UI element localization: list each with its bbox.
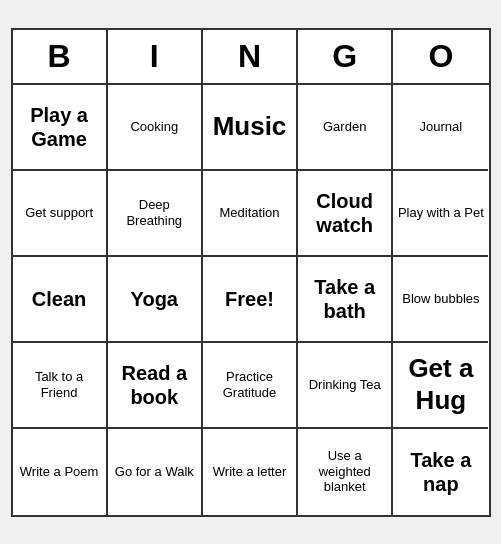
bingo-cell-23: Use a weighted blanket bbox=[298, 429, 393, 515]
bingo-cell-7: Meditation bbox=[203, 171, 298, 257]
bingo-grid: Play a GameCookingMusicGardenJournalGet … bbox=[13, 85, 489, 515]
cell-text-6: Deep Breathing bbox=[112, 197, 197, 228]
cell-text-9: Play with a Pet bbox=[398, 205, 484, 221]
cell-text-1: Cooking bbox=[130, 119, 178, 135]
cell-text-12: Free! bbox=[225, 287, 274, 311]
cell-text-3: Garden bbox=[323, 119, 366, 135]
cell-text-15: Talk to a Friend bbox=[17, 369, 102, 400]
bingo-cell-13: Take a bath bbox=[298, 257, 393, 343]
bingo-cell-24: Take a nap bbox=[393, 429, 488, 515]
cell-text-2: Music bbox=[213, 111, 287, 142]
bingo-cell-22: Write a letter bbox=[203, 429, 298, 515]
cell-text-8: Cloud watch bbox=[302, 189, 387, 237]
bingo-letter-g: G bbox=[298, 30, 393, 83]
cell-text-11: Yoga bbox=[131, 287, 178, 311]
bingo-letter-b: B bbox=[13, 30, 108, 83]
bingo-cell-6: Deep Breathing bbox=[108, 171, 203, 257]
bingo-cell-10: Clean bbox=[13, 257, 108, 343]
cell-text-18: Drinking Tea bbox=[309, 377, 381, 393]
bingo-letter-i: I bbox=[108, 30, 203, 83]
bingo-letter-o: O bbox=[393, 30, 488, 83]
cell-text-24: Take a nap bbox=[397, 448, 484, 496]
bingo-cell-18: Drinking Tea bbox=[298, 343, 393, 429]
bingo-cell-9: Play with a Pet bbox=[393, 171, 488, 257]
bingo-cell-19: Get a Hug bbox=[393, 343, 488, 429]
bingo-cell-4: Journal bbox=[393, 85, 488, 171]
cell-text-4: Journal bbox=[420, 119, 463, 135]
cell-text-17: Practice Gratitude bbox=[207, 369, 292, 400]
cell-text-21: Go for a Walk bbox=[115, 464, 194, 480]
bingo-cell-3: Garden bbox=[298, 85, 393, 171]
bingo-cell-8: Cloud watch bbox=[298, 171, 393, 257]
cell-text-0: Play a Game bbox=[17, 103, 102, 151]
bingo-header: BINGO bbox=[13, 30, 489, 85]
bingo-card: BINGO Play a GameCookingMusicGardenJourn… bbox=[11, 28, 491, 517]
cell-text-7: Meditation bbox=[220, 205, 280, 221]
cell-text-16: Read a book bbox=[112, 361, 197, 409]
bingo-cell-11: Yoga bbox=[108, 257, 203, 343]
cell-text-13: Take a bath bbox=[302, 275, 387, 323]
cell-text-20: Write a Poem bbox=[20, 464, 99, 480]
cell-text-14: Blow bubbles bbox=[402, 291, 479, 307]
bingo-cell-0: Play a Game bbox=[13, 85, 108, 171]
cell-text-22: Write a letter bbox=[213, 464, 286, 480]
bingo-cell-5: Get support bbox=[13, 171, 108, 257]
cell-text-19: Get a Hug bbox=[397, 353, 484, 415]
bingo-cell-16: Read a book bbox=[108, 343, 203, 429]
bingo-cell-17: Practice Gratitude bbox=[203, 343, 298, 429]
cell-text-5: Get support bbox=[25, 205, 93, 221]
bingo-cell-14: Blow bubbles bbox=[393, 257, 488, 343]
bingo-cell-15: Talk to a Friend bbox=[13, 343, 108, 429]
cell-text-10: Clean bbox=[32, 287, 86, 311]
bingo-cell-20: Write a Poem bbox=[13, 429, 108, 515]
bingo-cell-21: Go for a Walk bbox=[108, 429, 203, 515]
bingo-letter-n: N bbox=[203, 30, 298, 83]
bingo-cell-12: Free! bbox=[203, 257, 298, 343]
cell-text-23: Use a weighted blanket bbox=[302, 448, 387, 495]
bingo-cell-1: Cooking bbox=[108, 85, 203, 171]
bingo-cell-2: Music bbox=[203, 85, 298, 171]
